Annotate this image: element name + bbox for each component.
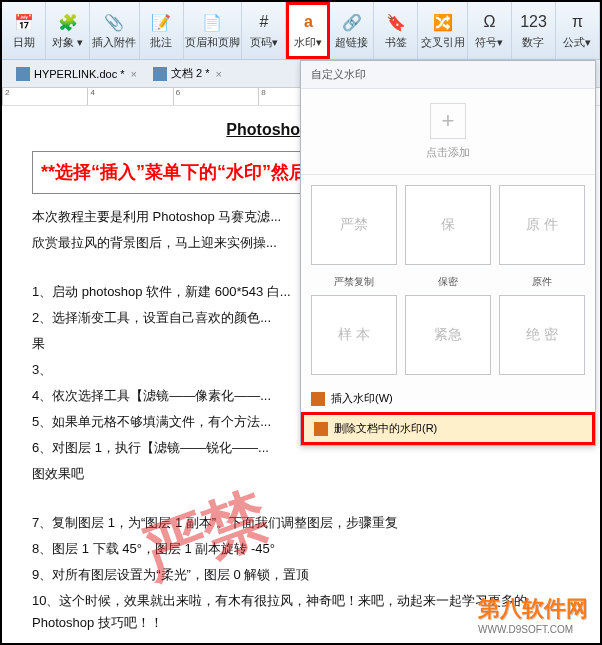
wm-label: 原件 [499,275,585,289]
object-icon: 🧩 [57,11,79,33]
site-logo: 第八软件网 WWW.D9SOFT.COM [478,594,588,635]
number-icon: 123 [522,11,544,33]
wm-preset-juemi[interactable]: 绝 密 [499,295,585,375]
wm-preset-yangben[interactable]: 样 本 [311,295,397,375]
remove-watermark-action[interactable]: 删除文档中的水印(R) [301,412,595,445]
wm-preset-jinji[interactable]: 紧急 [405,295,491,375]
wm-preset-baomi[interactable]: 保 [405,185,491,265]
ribbon-number[interactable]: 123数字 [512,2,556,59]
add-watermark[interactable]: + 点击添加 [301,89,595,175]
close-icon[interactable]: × [130,68,136,80]
comment-icon: 📝 [150,11,172,33]
dropdown-header: 自定义水印 [301,61,595,89]
plus-icon: + [430,103,466,139]
symbol-icon: Ω [478,11,500,33]
para: 图效果吧 [32,463,570,485]
ribbon-comment[interactable]: 📝批注 [140,2,184,59]
para: 8、图层 1 下载 45°，图层 1 副本旋转 -45° [32,538,570,560]
ribbon-object[interactable]: 🧩对象 ▾ [46,2,90,59]
insert-icon [311,392,325,406]
bookmark-icon: 🔖 [385,11,407,33]
watermark-icon: a [297,11,319,33]
tab-doc2[interactable]: 文档 2 *× [145,62,230,85]
ribbon-bookmark[interactable]: 🔖书签 [374,2,418,59]
crossref-icon: 🔀 [432,11,454,33]
ribbon-crossref[interactable]: 🔀交叉引用 [418,2,468,59]
insert-watermark-action[interactable]: 插入水印(W) [301,385,595,412]
ribbon-date[interactable]: 📅日期 [2,2,46,59]
ribbon-equation[interactable]: π公式▾ [556,2,600,59]
calendar-icon: 📅 [13,11,35,33]
doc-icon [153,67,167,81]
headerfooter-icon: 📄 [201,11,223,33]
para: 7、复制图层 1，为“图层 1 副本”。下面我们调整图层，步骤重复 [32,512,570,534]
close-icon[interactable]: × [215,68,221,80]
remove-icon [314,422,328,436]
ribbon-pagenum[interactable]: #页码▾ [242,2,286,59]
add-label: 点击添加 [426,145,470,160]
watermark-dropdown: 自定义水印 + 点击添加 严禁 保 原 件 严禁复制 保密 原件 样 本 紧急 … [300,60,596,446]
wm-preset-yanjin[interactable]: 严禁 [311,185,397,265]
ribbon-header-footer[interactable]: 📄页眉和页脚 [184,2,243,59]
para: 9、对所有图层设置为“柔光”，图层 0 解锁，置顶 [32,564,570,586]
ribbon-hyperlink[interactable]: 🔗超链接 [330,2,374,59]
ribbon-watermark[interactable]: a水印▾ [286,2,330,59]
ribbon-attach[interactable]: 📎插入附件 [90,2,140,59]
link-icon: 🔗 [341,11,363,33]
wm-preset-yuanjian[interactable]: 原 件 [499,185,585,265]
attach-icon: 📎 [103,11,125,33]
ribbon-symbol[interactable]: Ω符号▾ [468,2,512,59]
doc-icon [16,67,30,81]
pagenum-icon: # [253,11,275,33]
wm-label: 严禁复制 [311,275,397,289]
tab-hyperlink-doc[interactable]: HYPERLINK.doc *× [8,63,145,85]
wm-label: 保密 [405,275,491,289]
equation-icon: π [566,11,588,33]
